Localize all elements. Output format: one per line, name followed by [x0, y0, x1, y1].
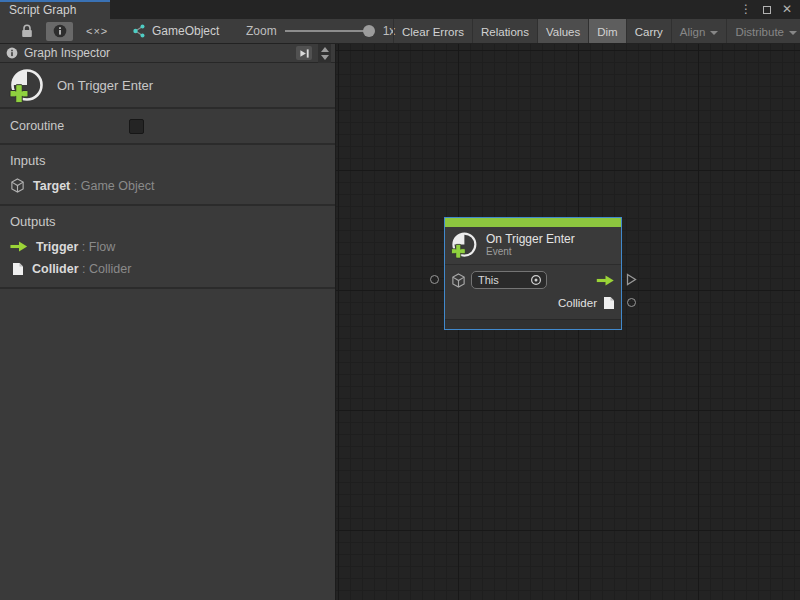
node-subtitle: Event — [486, 246, 575, 258]
port-type: : Flow — [82, 240, 115, 254]
node-target-row: This — [451, 270, 615, 290]
port-name: Trigger — [36, 240, 78, 254]
chevron-down-icon — [710, 31, 718, 35]
inputs-section: Inputs Target : Game Object — [0, 145, 335, 206]
port-type: : Collider — [82, 262, 131, 276]
zoom-control: Zoom 1x — [246, 19, 395, 43]
carry-button[interactable]: Carry — [626, 19, 671, 44]
coroutine-row: Coroutine — [0, 109, 335, 145]
info-icon — [53, 24, 67, 38]
graph-toolbar: <×> GameObject Zoom 1x Clear Errors Rela… — [0, 19, 800, 44]
align-label: Align — [680, 26, 706, 38]
input-target-row: Target : Game Object — [10, 177, 325, 194]
distribute-label: Distribute — [735, 26, 784, 38]
gameobject-cube-icon — [10, 178, 25, 193]
event-unit-icon — [8, 67, 45, 104]
event-title: On Trigger Enter — [57, 78, 153, 93]
trigger-output-port[interactable] — [626, 273, 637, 286]
zoom-slider[interactable] — [285, 25, 375, 37]
node-titles: On Trigger Enter Event — [486, 232, 575, 258]
zoom-slider-track — [285, 30, 371, 32]
collider-port-label: Collider — [558, 297, 597, 309]
toolbar-buttons-group: Clear Errors Relations Values Dim Carry … — [393, 19, 800, 44]
object-picker-icon[interactable] — [530, 274, 542, 286]
port-name: Target — [33, 179, 70, 193]
port-name: Collider — [32, 262, 79, 276]
tab-label: Script Graph — [9, 3, 76, 17]
graph-inspector-panel: Graph Inspector On Trigger Enter — [0, 44, 336, 600]
gameobject-selector[interactable]: GameObject — [132, 19, 219, 43]
coroutine-label: Coroutine — [10, 119, 129, 133]
graph-inspector-header: Graph Inspector — [0, 44, 335, 63]
chevron-down-icon — [789, 31, 797, 35]
coroutine-checkbox[interactable] — [129, 119, 144, 134]
document-icon — [603, 296, 615, 310]
event-unit-icon — [450, 231, 478, 259]
outputs-section: Outputs Trigger : Flow Collider : Collid… — [0, 206, 335, 289]
gameobject-label: GameObject — [152, 24, 219, 38]
on-trigger-enter-node[interactable]: On Trigger Enter Event This — [444, 217, 622, 330]
target-object-dropdown[interactable]: This — [471, 271, 547, 289]
dock-icon — [299, 48, 310, 59]
port-name-and-type: Collider : Collider — [32, 262, 131, 276]
inspector-title: Graph Inspector — [24, 46, 290, 60]
align-button[interactable]: Align — [671, 19, 727, 44]
output-collider-row: Collider : Collider — [10, 260, 325, 277]
scrub-up-icon[interactable] — [321, 47, 329, 52]
lock-icon[interactable] — [21, 24, 33, 38]
node-collider-row: Collider — [451, 293, 615, 313]
inputs-heading: Inputs — [10, 153, 325, 168]
node-footer — [445, 319, 621, 329]
inspector-scrubber[interactable] — [318, 44, 331, 63]
info-icon — [6, 47, 18, 59]
flow-arrow-icon — [10, 241, 28, 252]
window-tab-bar: Script Graph ⋮ ✕ — [0, 0, 800, 19]
toolbar-left-group: <×> — [0, 19, 108, 43]
target-input-port[interactable] — [430, 275, 439, 284]
dim-button[interactable]: Dim — [588, 19, 625, 44]
values-button[interactable]: Values — [537, 19, 588, 44]
event-summary: On Trigger Enter — [0, 63, 335, 109]
unity-script-graph-window: Script Graph ⋮ ✕ <×> GameObject — [0, 0, 800, 600]
target-object-value: This — [478, 274, 530, 286]
outputs-heading: Outputs — [10, 214, 325, 229]
distribute-button[interactable]: Distribute — [726, 19, 800, 44]
clear-errors-button[interactable]: Clear Errors — [393, 19, 472, 44]
gameobject-cube-icon — [451, 273, 466, 288]
scrub-down-icon[interactable] — [321, 55, 329, 60]
zoom-label: Zoom — [246, 24, 277, 38]
dock-panel-button[interactable] — [296, 46, 312, 60]
flow-arrow-icon — [596, 275, 615, 286]
window-controls: ⋮ ✕ — [740, 0, 792, 19]
port-type: : Game Object — [74, 179, 155, 193]
window-close-icon[interactable]: ✕ — [782, 0, 792, 19]
port-name-and-type: Target : Game Object — [33, 179, 154, 193]
node-title: On Trigger Enter — [486, 232, 575, 246]
tab-script-graph[interactable]: Script Graph — [0, 0, 110, 19]
info-toggle-button[interactable] — [46, 22, 73, 41]
port-name-and-type: Trigger : Flow — [36, 240, 115, 254]
relations-button[interactable]: Relations — [472, 19, 537, 44]
collider-output-port[interactable] — [627, 298, 636, 307]
node-body: This Collider — [445, 264, 621, 319]
window-maximize-icon[interactable] — [763, 6, 771, 14]
document-icon — [12, 262, 24, 276]
zoom-slider-handle[interactable] — [363, 25, 375, 37]
window-menu-icon[interactable]: ⋮ — [740, 0, 752, 19]
code-view-icon[interactable]: <×> — [86, 25, 108, 37]
node-accent-bar — [445, 218, 621, 227]
node-header[interactable]: On Trigger Enter Event — [445, 227, 621, 264]
output-trigger-row: Trigger : Flow — [10, 238, 325, 255]
script-graph-icon — [132, 24, 146, 38]
